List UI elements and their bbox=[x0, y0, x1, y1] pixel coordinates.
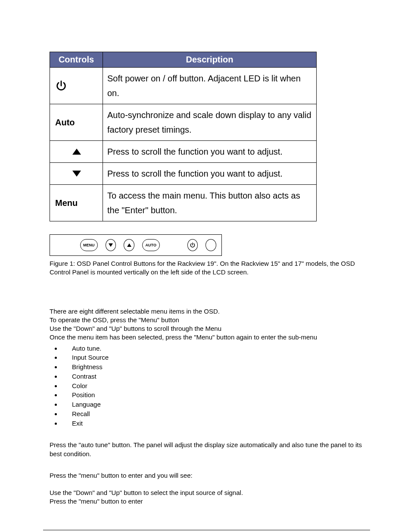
triangle-down-icon bbox=[108, 243, 113, 247]
controls-table: Controls Description Soft power on / off… bbox=[50, 52, 317, 221]
table-row: Soft power on / off button. Adjacent LED… bbox=[50, 68, 317, 104]
panel-down-button bbox=[106, 239, 116, 251]
list-item: Exit bbox=[62, 419, 370, 428]
triangle-up-icon bbox=[72, 148, 82, 156]
list-item: Contrast bbox=[62, 372, 370, 381]
panel-power-button bbox=[187, 239, 198, 251]
table-row: Menu To access the main menu. This butto… bbox=[50, 185, 317, 221]
svg-marker-2 bbox=[109, 243, 113, 247]
table-cell-description: To access the main menu. This button als… bbox=[103, 185, 317, 221]
panel-menu-button: MENU bbox=[80, 239, 98, 251]
body-line: Once the menu item has been selected, pr… bbox=[50, 333, 370, 342]
body-line: There are eight different selectable men… bbox=[50, 307, 370, 316]
svg-marker-1 bbox=[72, 171, 81, 177]
table-cell-description: Soft power on / off button. Adjacent LED… bbox=[103, 68, 317, 104]
figure-caption: Figure 1: OSD Panel Control Buttons for … bbox=[50, 259, 360, 277]
body-line: Press the "menu" button to enter bbox=[50, 497, 370, 506]
table-header-controls: Controls bbox=[50, 52, 103, 68]
panel-up-button bbox=[124, 239, 134, 251]
list-item: Brightness bbox=[62, 362, 370, 372]
body-line: Use the "Down" and "Up" buttons to scrol… bbox=[50, 324, 370, 333]
power-icon bbox=[55, 80, 67, 92]
osd-panel-diagram: MENU AUTO bbox=[50, 234, 370, 256]
page-footer: Page 11 KVM Rack Drawer Dual Rail 15"-17… bbox=[43, 530, 370, 532]
table-cell-description: Press to scroll the function you want to… bbox=[103, 163, 317, 185]
control-label-menu: Menu bbox=[50, 185, 103, 221]
triangle-up-icon bbox=[127, 243, 132, 247]
menu-item-list: Auto tune. Input Source Brightness Contr… bbox=[50, 344, 370, 428]
table-cell-description: Press to scroll the function you want to… bbox=[103, 141, 317, 163]
svg-marker-3 bbox=[127, 243, 131, 247]
list-item: Recall bbox=[62, 409, 370, 419]
power-icon bbox=[190, 242, 196, 248]
panel-led-indicator bbox=[206, 239, 216, 251]
table-row: Press to scroll the function you want to… bbox=[50, 163, 317, 185]
svg-marker-0 bbox=[72, 149, 81, 155]
table-cell-description: Auto-synchronize and scale down display … bbox=[103, 104, 317, 141]
table-row: Auto Auto-synchronize and scale down dis… bbox=[50, 104, 317, 141]
list-item: Language bbox=[62, 400, 370, 409]
list-item: Color bbox=[62, 381, 370, 391]
control-label-auto: Auto bbox=[50, 104, 103, 141]
panel-auto-button: AUTO bbox=[142, 239, 160, 251]
list-item: Auto tune. bbox=[62, 344, 370, 353]
body-line: To operate the OSD, press the "Menu" but… bbox=[50, 316, 370, 324]
table-row: Press to scroll the function you want to… bbox=[50, 141, 317, 163]
body-line: Press the "menu" button to enter and you… bbox=[50, 471, 370, 480]
body-content: There are eight different selectable men… bbox=[50, 307, 370, 532]
list-item: Input Source bbox=[62, 353, 370, 362]
body-line: Use the "Down" and "Up" button to select… bbox=[50, 488, 370, 497]
list-item: Position bbox=[62, 390, 370, 400]
table-header-description: Description bbox=[103, 52, 317, 68]
body-line: Press the "auto tune" button. The panel … bbox=[50, 441, 370, 458]
triangle-down-icon bbox=[72, 170, 82, 177]
